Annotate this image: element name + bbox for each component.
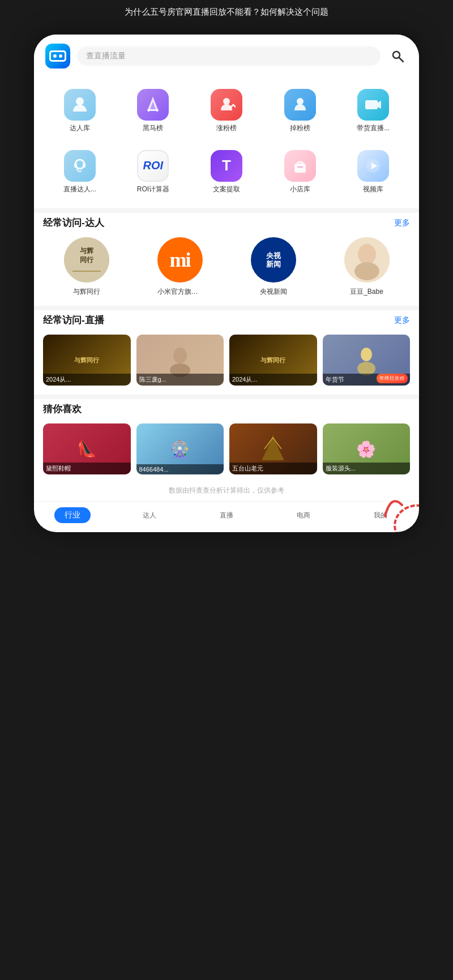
talent-label: 达人库	[70, 124, 90, 133]
live-label-2: 陈三废g...	[136, 374, 224, 386]
talent-name-yuhui: 与辉同行	[73, 287, 100, 297]
fans-down-label: 掉粉榜	[290, 124, 310, 133]
frequent-live-more[interactable]: 更多	[394, 315, 410, 326]
nav-talent[interactable]: 达人	[111, 511, 188, 520]
icon-fans-down[interactable]: 掉粉榜	[263, 83, 337, 139]
live-item-1[interactable]: 与辉同行 2024从...	[43, 335, 131, 386]
blackhorse-icon	[143, 95, 163, 115]
page-title: 为什么五号房官网直播回放不能看？如何解决这个问题	[11, 6, 442, 18]
guess-like-title: 猜你喜欢	[43, 403, 82, 416]
nav-talent-label: 达人	[143, 511, 156, 520]
fans-down-icon-box	[284, 89, 316, 121]
live-label-1: 2024从...	[43, 374, 131, 386]
frequent-talent-more[interactable]: 更多	[394, 218, 410, 228]
guess-label-2: 8466484...	[136, 464, 224, 474]
phone-inner: 查直播流量 达人库	[34, 35, 419, 532]
svg-point-2	[76, 97, 84, 105]
arrow-up-icon	[217, 96, 236, 114]
icon-shop[interactable]: 小店库	[263, 144, 337, 200]
divider2	[34, 306, 419, 310]
frequent-live-title: 经常访问-直播	[43, 314, 104, 327]
talent-name-xiaomi: 小米官方旗舰店	[157, 287, 203, 297]
search-icon	[391, 49, 404, 63]
app-header: 查直播流量	[34, 35, 419, 78]
avatar-yuhui: 与辉 同行	[64, 237, 109, 283]
guess-item-3[interactable]: 五台山老元	[229, 423, 317, 474]
icon-video[interactable]: 视频库	[336, 144, 410, 200]
doudou-bg	[344, 237, 390, 283]
live-row: 与辉同行 2024从... 陈三废g... 与辉同行	[43, 335, 410, 391]
live-badge-4: 年终狂欢价	[377, 374, 408, 383]
guess-like-section: 猜你喜欢 👠 黛熙鞋帽 🎡 8466484...	[34, 403, 419, 480]
live-item-2[interactable]: 陈三废g...	[136, 335, 224, 386]
live-talent-label: 直播达人...	[63, 185, 96, 194]
guess-label-4: 服装源头...	[323, 463, 411, 474]
roi-icon-box: ROI	[137, 150, 169, 182]
svg-point-20	[354, 262, 379, 280]
cctv-text: 央视 新闻	[266, 251, 281, 269]
roi-text: ROI	[143, 159, 164, 172]
svg-rect-10	[294, 164, 306, 173]
bottom-nav: 行业 达人 直播 电商 我的	[34, 501, 419, 532]
copy-icon-box: T	[211, 150, 242, 182]
nav-ecommerce-label: 电商	[297, 511, 310, 520]
copy-label: 文案提取	[213, 185, 240, 194]
talent-item-cctv[interactable]: 央视 新闻 央视新闻	[230, 237, 317, 297]
fans-up-label: 涨粉榜	[216, 124, 237, 133]
nav-industry[interactable]: 行业	[34, 507, 111, 523]
svg-text:与辉: 与辉	[80, 247, 93, 255]
icon-talent[interactable]: 达人库	[43, 83, 117, 139]
live-item-4[interactable]: 年货节 年终狂欢价	[323, 335, 411, 386]
blackhorse-label: 黑马榜	[143, 124, 163, 133]
search-icon-btn[interactable]	[387, 46, 408, 66]
svg-point-23	[361, 348, 372, 361]
headset-icon	[70, 156, 89, 176]
svg-rect-8	[74, 163, 77, 168]
svg-point-19	[358, 244, 376, 264]
icon-live-talent[interactable]: 直播达人...	[43, 144, 117, 200]
live-talent-icon-box	[64, 150, 96, 182]
svg-rect-9	[83, 163, 86, 168]
t-text: T	[222, 157, 231, 174]
frequent-talent-section: 经常访问-达人 更多 与辉 同行 与辉同行	[34, 216, 419, 302]
live-shop-label: 带货直播...	[357, 124, 390, 133]
nav-industry-label: 行业	[54, 507, 91, 523]
guess-item-4[interactable]: 🌸 服装源头...	[323, 423, 411, 474]
icon-roi[interactable]: ROI ROI计算器	[117, 144, 190, 200]
frequent-live-section: 经常访问-直播 更多 与辉同行 2024从...	[34, 314, 419, 391]
icon-blackhorse[interactable]: 黑马榜	[117, 83, 190, 139]
play-icon	[365, 157, 382, 174]
divider3	[34, 395, 419, 399]
guess-label-3: 五台山老元	[229, 463, 317, 474]
frequent-talent-title: 经常访问-达人	[43, 216, 104, 229]
avatar-cctv: 央视 新闻	[251, 237, 296, 283]
video-icon-box	[357, 150, 389, 182]
nav-live-label: 直播	[220, 511, 233, 520]
svg-line-1	[399, 58, 403, 62]
icon-copy[interactable]: T 文案提取	[190, 144, 263, 200]
camera-icon	[364, 95, 383, 114]
guess-item-1[interactable]: 👠 黛熙鞋帽	[43, 423, 131, 474]
talent-item-xiaomi[interactable]: mi 小米官方旗舰店	[136, 237, 223, 297]
icon-fans-up[interactable]: 涨粉榜	[190, 83, 263, 139]
svg-point-4	[223, 98, 230, 105]
talent-name-doudou: 豆豆_Babe	[350, 287, 383, 297]
talent-item-yuhui[interactable]: 与辉 同行 与辉同行	[43, 237, 130, 297]
talent-name-cctv: 央视新闻	[260, 287, 287, 297]
arrow-down-icon	[291, 96, 309, 114]
talent-icon-box	[64, 89, 96, 121]
nav-live[interactable]: 直播	[188, 511, 265, 520]
blackhorse-icon-box	[137, 89, 169, 121]
guess-item-2[interactable]: 🎡 8466484...	[136, 423, 224, 474]
icon-live-shop[interactable]: 带货直播...	[336, 83, 410, 139]
video-label: 视频库	[363, 185, 383, 194]
guess-label-1: 黛熙鞋帽	[43, 463, 131, 474]
nav-ecommerce[interactable]: 电商	[265, 511, 342, 520]
nav-mine[interactable]: 我的	[342, 511, 419, 520]
talent-item-doudou[interactable]: 豆豆_Babe	[323, 237, 410, 297]
search-bar[interactable]: 查直播流量	[77, 46, 381, 66]
divider1	[34, 208, 419, 213]
live-item-3[interactable]: 与辉同行 2024从...	[229, 335, 317, 386]
shop-label: 小店库	[290, 185, 310, 194]
frequent-talent-header: 经常访问-达人 更多	[43, 216, 410, 229]
